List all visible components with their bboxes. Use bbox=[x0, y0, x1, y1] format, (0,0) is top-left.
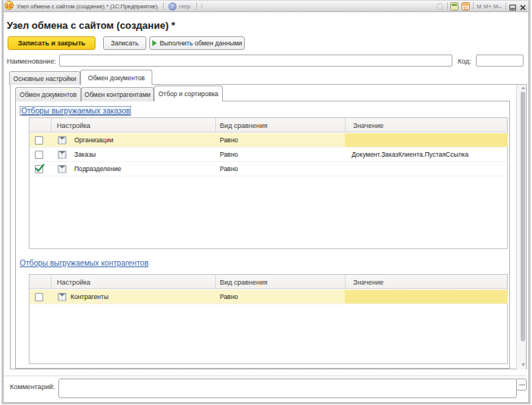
svg-text:31: 31 bbox=[463, 6, 468, 11]
